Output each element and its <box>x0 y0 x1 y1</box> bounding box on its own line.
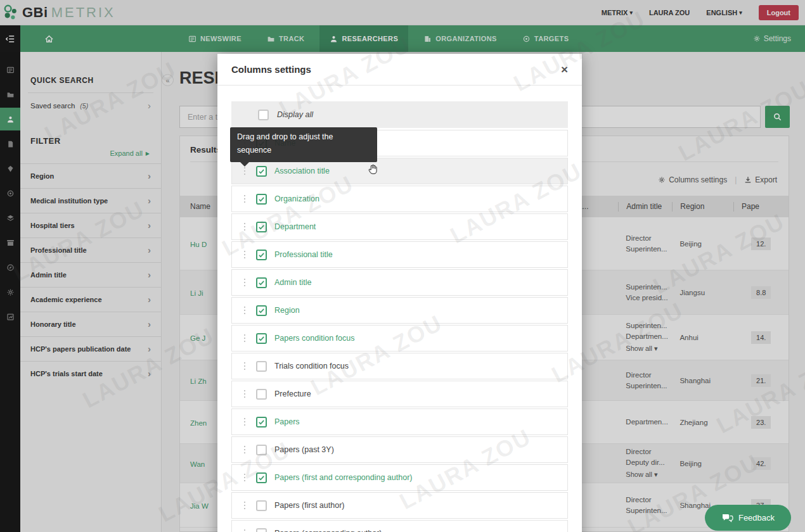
column-item-row[interactable]: Admin title <box>231 269 568 296</box>
chat-bubbles-icon <box>721 513 733 522</box>
column-item-row[interactable]: Prefecture <box>231 381 568 407</box>
modal-title: Columns settings <box>231 64 311 75</box>
column-item-row[interactable]: Professional title <box>231 241 568 268</box>
columns-settings-modal: Columns settings × Display all NameAssoc… <box>217 54 582 532</box>
checkbox-checked[interactable] <box>256 250 267 260</box>
drag-handle-icon[interactable] <box>243 195 246 203</box>
feedback-button[interactable]: Feedback <box>705 505 791 531</box>
checkbox-unchecked[interactable] <box>256 500 267 511</box>
checkbox-unchecked[interactable] <box>256 528 267 532</box>
column-item-row[interactable]: Papers <box>231 408 568 435</box>
column-item-label: Papers (first and corresponding author) <box>274 473 412 482</box>
modal-header: Columns settings × <box>217 54 582 86</box>
tooltip-line: sequence <box>237 144 370 157</box>
drag-handle-icon[interactable] <box>243 418 246 426</box>
column-item-label: Region <box>274 306 300 315</box>
column-item-label: Department <box>274 222 316 231</box>
column-item-label: Papers <box>274 417 300 426</box>
app-root: GBi METRIX METRIX ▾ LAURA ZOU ENGLISH ▾ … <box>0 0 805 532</box>
column-item-row[interactable]: Papers (past 3Y) <box>231 436 568 463</box>
column-item-label: Trials condition focus <box>274 362 349 370</box>
display-all-row[interactable]: Display all <box>231 101 568 128</box>
column-item-row[interactable]: Papers condition focus <box>231 325 568 352</box>
column-item-label: Organization <box>274 194 319 203</box>
drag-handle-icon[interactable] <box>243 502 246 510</box>
checkbox-checked[interactable] <box>256 333 267 344</box>
column-list: NameAssociation titleOrganizationDepartm… <box>231 130 568 532</box>
checkbox-checked[interactable] <box>256 417 267 428</box>
checkbox-unchecked[interactable] <box>258 110 269 120</box>
column-item-row[interactable]: Papers (corresponding author) <box>231 520 568 532</box>
drag-handle-icon[interactable] <box>243 307 246 315</box>
drag-handle-icon[interactable] <box>243 529 246 532</box>
column-item-label: Papers condition focus <box>274 334 354 343</box>
checkbox-checked[interactable] <box>256 305 267 316</box>
column-item-label: Admin title <box>274 278 311 287</box>
column-item-label: Association title <box>274 167 330 175</box>
checkbox-checked[interactable] <box>256 222 267 232</box>
drag-handle-icon[interactable] <box>243 223 246 231</box>
column-item-label: Papers (corresponding author) <box>274 529 382 532</box>
column-item-label: Professional title <box>274 250 333 259</box>
drag-handle-icon[interactable] <box>243 474 246 482</box>
drag-handle-icon[interactable] <box>243 167 246 175</box>
checkbox-unchecked[interactable] <box>256 361 267 372</box>
drag-handle-icon[interactable] <box>243 446 246 454</box>
column-item-label: Papers (first author) <box>274 501 344 510</box>
checkbox-unchecked[interactable] <box>256 389 267 400</box>
close-icon[interactable]: × <box>561 63 568 77</box>
checkbox-checked[interactable] <box>256 166 267 177</box>
drag-drop-tooltip: Drag and drop to adjust the sequence <box>230 127 377 162</box>
column-item-row[interactable]: Trials condition focus <box>231 353 568 379</box>
checkbox-unchecked[interactable] <box>256 445 267 455</box>
drag-handle-icon[interactable] <box>243 251 246 259</box>
column-item-row[interactable]: Papers (first and corresponding author) <box>231 464 568 491</box>
column-item-row[interactable]: Organization <box>231 186 568 212</box>
drag-handle-icon[interactable] <box>243 362 246 370</box>
column-item-row[interactable]: Region <box>231 297 568 324</box>
column-item-label: Papers (past 3Y) <box>274 445 334 454</box>
feedback-label: Feedback <box>738 513 775 522</box>
checkbox-checked[interactable] <box>256 194 267 205</box>
drag-handle-icon[interactable] <box>243 334 246 343</box>
checkbox-checked[interactable] <box>256 472 267 483</box>
column-item-row[interactable]: Papers (first author) <box>231 492 568 519</box>
column-item-row[interactable]: Department <box>231 213 568 240</box>
column-item-label: Prefecture <box>274 390 311 398</box>
display-all-label: Display all <box>277 110 313 119</box>
drag-handle-icon[interactable] <box>243 390 246 398</box>
checkbox-checked[interactable] <box>256 277 267 288</box>
drag-handle-icon[interactable] <box>243 279 246 287</box>
tooltip-line: Drag and drop to adjust the <box>237 130 370 144</box>
